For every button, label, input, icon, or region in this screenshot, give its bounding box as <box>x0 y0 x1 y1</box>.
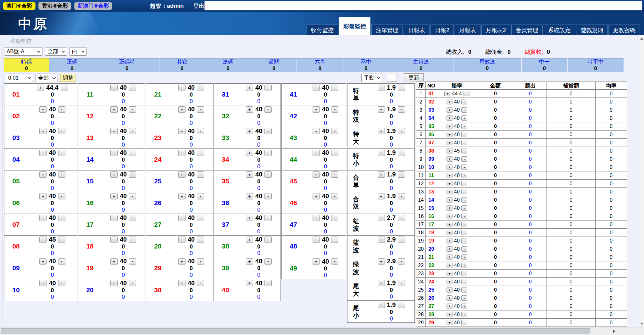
odds-decrease-button[interactable]: - <box>461 197 467 203</box>
odds-decrease-button[interactable]: - <box>197 237 204 243</box>
odds-increase-button[interactable]: + <box>447 107 452 113</box>
odds-increase-button[interactable]: + <box>378 215 385 221</box>
odds-decrease-button[interactable]: - <box>461 173 467 178</box>
odds-increase-button[interactable]: + <box>313 237 320 243</box>
odds-decrease-button[interactable]: - <box>461 99 467 104</box>
adjust-button[interactable]: 調整 <box>60 74 75 82</box>
odds-decrease-button[interactable]: - <box>129 128 136 134</box>
scroll-right-icon[interactable] <box>613 330 615 333</box>
nav-tab[interactable]: 日報2 <box>430 25 454 35</box>
odds-increase-button[interactable]: + <box>447 115 452 121</box>
nav-tab[interactable]: 系統設定 <box>544 25 575 35</box>
odds-decrease-button[interactable]: - <box>264 150 272 156</box>
odds-increase-button[interactable]: + <box>110 150 118 156</box>
odds-decrease-button[interactable]: - <box>197 280 204 286</box>
odds-decrease-button[interactable]: - <box>398 128 405 134</box>
odds-increase-button[interactable]: + <box>110 280 118 286</box>
odds-decrease-button[interactable]: - <box>264 258 272 265</box>
odds-increase-button[interactable]: + <box>313 106 320 113</box>
odds-decrease-button[interactable]: - <box>61 85 68 91</box>
odds-increase-button[interactable]: + <box>447 304 452 309</box>
odds-increase-button[interactable]: + <box>444 91 450 96</box>
odds-decrease-button[interactable]: - <box>461 189 467 194</box>
odds-increase-button[interactable]: + <box>246 106 253 113</box>
scope-select[interactable]: 全部 <box>45 47 67 56</box>
odds-decrease-button[interactable]: - <box>129 193 136 199</box>
odds-decrease-button[interactable]: - <box>197 150 204 156</box>
odds-decrease-button[interactable]: - <box>197 171 204 178</box>
odds-decrease-button[interactable]: - <box>129 85 136 91</box>
odds-increase-button[interactable]: + <box>447 263 452 268</box>
odds-increase-button[interactable]: + <box>39 150 47 156</box>
odds-increase-button[interactable]: + <box>178 171 186 178</box>
odds-decrease-button[interactable]: - <box>464 91 469 96</box>
odds-decrease-button[interactable]: - <box>461 254 467 260</box>
odds-decrease-button[interactable]: - <box>197 215 204 221</box>
odds-decrease-button[interactable]: - <box>264 193 272 199</box>
odds-decrease-button[interactable]: - <box>129 150 136 156</box>
odds-decrease-button[interactable]: - <box>398 237 405 243</box>
odds-decrease-button[interactable]: - <box>331 85 338 91</box>
odds-increase-button[interactable]: + <box>110 171 118 178</box>
nav-tab[interactable]: 日報表 <box>404 25 430 35</box>
nav-tab[interactable]: 月報表2 <box>481 25 510 35</box>
odds-increase-button[interactable]: + <box>246 193 253 199</box>
odds-increase-button[interactable]: + <box>447 214 452 219</box>
odds-increase-button[interactable]: + <box>39 237 47 243</box>
logout-link[interactable]: 登出 <box>193 2 204 10</box>
color-select[interactable]: 白 <box>69 47 87 56</box>
odds-decrease-button[interactable]: - <box>331 106 338 113</box>
odds-increase-button[interactable]: + <box>447 197 452 203</box>
odds-increase-button[interactable]: + <box>447 271 452 276</box>
odds-increase-button[interactable]: + <box>178 215 186 221</box>
nav-tab[interactable]: 會員管理 <box>511 25 543 35</box>
odds-increase-button[interactable]: + <box>37 85 44 91</box>
odds-decrease-button[interactable]: - <box>129 215 136 221</box>
odds-increase-button[interactable]: + <box>447 148 452 154</box>
odds-increase-button[interactable]: + <box>378 150 385 156</box>
odds-decrease-button[interactable]: - <box>58 280 65 286</box>
odds-increase-button[interactable]: + <box>447 279 452 284</box>
odds-decrease-button[interactable]: - <box>398 280 405 286</box>
odds-decrease-button[interactable]: - <box>398 215 405 221</box>
odds-decrease-button[interactable]: - <box>58 171 65 178</box>
odds-decrease-button[interactable]: - <box>461 287 467 293</box>
odds-increase-button[interactable]: + <box>447 222 452 227</box>
manual-value-input[interactable] <box>387 74 397 82</box>
odds-decrease-button[interactable]: - <box>461 165 467 170</box>
odds-increase-button[interactable]: + <box>447 189 452 194</box>
odds-decrease-button[interactable]: - <box>197 85 204 91</box>
odds-decrease-button[interactable]: - <box>264 237 272 243</box>
odds-increase-button[interactable]: + <box>178 258 186 265</box>
odds-decrease-button[interactable]: - <box>461 205 467 211</box>
odds-increase-button[interactable]: + <box>246 215 253 221</box>
odds-decrease-button[interactable]: - <box>398 171 405 178</box>
odds-increase-button[interactable]: + <box>378 171 385 178</box>
odds-increase-button[interactable]: + <box>378 106 385 113</box>
odds-decrease-button[interactable]: - <box>58 237 65 243</box>
odds-decrease-button[interactable]: - <box>461 279 467 284</box>
nav-tab[interactable]: 月報表 <box>455 25 480 35</box>
category-tab[interactable]: 其它0 <box>159 58 205 72</box>
odds-increase-button[interactable]: + <box>39 193 47 199</box>
odds-increase-button[interactable]: + <box>110 237 118 243</box>
odds-increase-button[interactable]: + <box>110 128 118 134</box>
odds-increase-button[interactable]: + <box>378 258 385 265</box>
range-select[interactable]: 全部 <box>36 74 58 82</box>
odds-decrease-button[interactable]: - <box>58 215 65 221</box>
odds-increase-button[interactable]: + <box>447 124 452 129</box>
odds-decrease-button[interactable]: - <box>129 106 136 113</box>
odds-decrease-button[interactable]: - <box>58 106 65 113</box>
category-tab[interactable]: 正碼0 <box>49 58 95 72</box>
odds-increase-button[interactable]: + <box>178 150 186 156</box>
odds-decrease-button[interactable]: - <box>461 246 467 252</box>
odds-increase-button[interactable]: + <box>178 237 186 243</box>
odds-decrease-button[interactable]: - <box>58 150 65 156</box>
odds-decrease-button[interactable]: - <box>264 215 272 221</box>
odds-increase-button[interactable]: + <box>313 128 320 134</box>
odds-increase-button[interactable]: + <box>246 128 253 134</box>
odds-decrease-button[interactable]: - <box>197 193 204 199</box>
odds-increase-button[interactable]: + <box>39 128 47 134</box>
odds-decrease-button[interactable]: - <box>331 171 338 178</box>
odds-increase-button[interactable]: + <box>246 171 253 178</box>
